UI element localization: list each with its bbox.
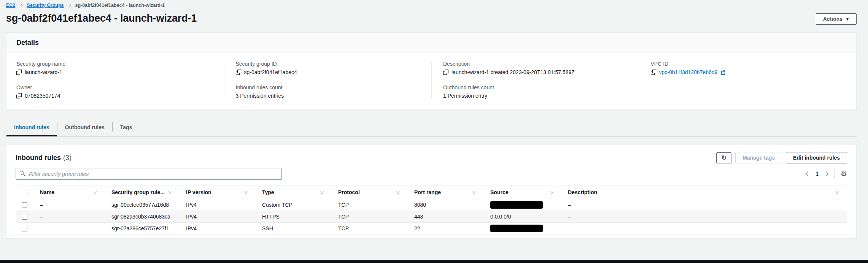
column-header-inner: Description▽ [568,189,844,195]
detail-value: 1 Permission entry [443,93,628,99]
table-cell: IPv4 [180,211,256,223]
filter-icon[interactable]: ▽ [550,190,553,195]
table-cell: – [34,223,105,234]
source-cell [484,199,562,211]
tab-tags[interactable]: Tags [113,120,140,136]
table-cell: TCP [332,211,408,223]
details-column: VPC IDvpc-0b11f3d120b7eb6d9 [639,61,847,99]
filter-icon[interactable]: ▽ [472,190,476,195]
filter-input[interactable] [16,168,282,180]
details-card: Details Security group namelaunch-wizard… [6,32,857,110]
detail-label: VPC ID [651,61,835,67]
select-all-header-cell [16,185,34,199]
detail-value-text: launch-wizard-1 [25,69,62,75]
column-header-inner: Type▽ [262,189,329,195]
select-all-checkbox[interactable] [22,190,27,195]
row-select-cell [16,199,34,211]
detail-label: Owner [16,84,213,90]
previous-page-icon[interactable] [805,171,810,176]
detail-field-owner: Owner070823507174 [16,84,213,99]
actions-button-label: Actions [823,16,843,22]
detail-value-text: 3 Permission entries [236,93,284,99]
column-header-label: Type [262,189,274,195]
detail-label: Outbound rules count [443,84,628,90]
detail-value: 3 Permission entries [236,93,420,99]
column-header-ip-version[interactable]: IP version▽ [180,185,256,199]
column-header-protocol[interactable]: Protocol▽ [332,185,408,199]
detail-field-security-group-name: Security group namelaunch-wizard-1 [16,61,213,75]
external-link-icon[interactable] [720,70,726,75]
column-header-description[interactable]: Description▽ [562,185,847,199]
filter-icon[interactable]: ▽ [320,190,324,195]
table-cell: – [562,211,847,223]
detail-value: 070823507174 [16,93,213,99]
column-header-inner: Port range▽ [414,189,481,195]
detail-field-description: Descriptionlaunch-wizard-1 created 2023-… [443,61,628,75]
actions-button[interactable]: Actions ▼ [816,13,857,25]
title-row: sg-0abf2f041ef1abec4 - launch-wizard-1 A… [6,13,857,25]
column-header-name[interactable]: Name▽ [34,185,105,199]
column-header-label: Source [490,189,508,195]
copy-icon[interactable] [16,93,22,98]
detail-value-text: 070823507174 [25,93,60,99]
column-header-label: IP version [186,189,211,195]
table-row: –sgr-07a286ce5757e27f1IPv4SSHTCP22– [16,223,847,234]
tab-inbound-rules[interactable]: Inbound rules [6,120,57,136]
breadcrumb: EC2 Security Groups sg-0abf2f041ef1abec4… [6,0,857,8]
column-header-inner: Security group rule...▽ [111,189,177,195]
copy-icon[interactable] [16,70,22,75]
inbound-rules-count: (3) [63,154,72,162]
row-checkbox[interactable] [22,214,27,220]
current-page-number[interactable]: 1 [816,171,819,177]
refresh-button[interactable]: ↻ [716,152,731,163]
table-cell: Custom TCP [256,199,332,211]
table-cell: – [34,199,105,211]
edit-inbound-rules-button[interactable]: Edit inbound rules [786,152,847,163]
gear-icon[interactable]: ⚙ [841,170,847,177]
screen-bottom-edge [0,260,868,263]
inbound-rules-actions: ↻ Manage tags Edit inbound rules [716,152,847,163]
copy-icon[interactable] [236,70,241,75]
tab-outbound-rules[interactable]: Outbound rules [57,120,112,136]
details-column: Security group namelaunch-wizard-1Owner0… [16,61,224,99]
row-checkbox[interactable] [22,226,27,231]
copy-icon[interactable] [443,70,448,75]
column-header-label: Description [568,189,597,195]
manage-tags-button[interactable]: Manage tags [735,152,782,163]
filter-icon[interactable]: ▽ [396,190,400,195]
column-header-inner: Name▽ [40,189,102,195]
detail-value: launch-wizard-1 created 2023-09-28T13:01… [443,69,628,75]
table-cell: 443 [408,211,484,223]
detail-value: vpc-0b11f3d120b7eb6d9 [651,69,835,75]
column-header-port-range[interactable]: Port range▽ [408,185,484,199]
filter-icon[interactable]: ▽ [244,190,248,195]
row-checkbox[interactable] [22,202,27,208]
column-header-source[interactable]: Source▽ [484,185,562,199]
breadcrumb-link-security-groups[interactable]: Security Groups [27,3,64,8]
table-row: –sgr-082a3c0b3740683caIPv4HTTPSTCP4430.0… [16,211,847,223]
inbound-rules-card: Inbound rules(3) ↻ Manage tags Edit inbo… [6,145,857,239]
table-cell: 22 [408,223,484,234]
column-header-type[interactable]: Type▽ [256,185,332,199]
next-page-icon[interactable] [824,171,829,176]
copy-icon[interactable] [651,70,656,75]
column-header-label: Name [40,189,54,195]
pagination-divider [834,169,835,179]
filter-icon[interactable]: ▽ [835,190,839,195]
detail-value: sg-0abf2f041ef1abec4 [236,69,420,75]
table-cell: IPv4 [180,223,256,234]
table-cell: HTTPS [256,211,332,223]
table-header-row: Name▽Security group rule...▽IP version▽T… [16,185,847,199]
details-column: Security group IDsg-0abf2f041ef1abec4Inb… [224,61,432,99]
column-header-inner: IP version▽ [186,189,253,195]
column-header-security-group-rule[interactable]: Security group rule...▽ [105,185,180,199]
detail-field-inbound-rules-count: Inbound rules count3 Permission entries [236,84,420,99]
caret-down-icon: ▼ [846,17,849,21]
search-icon [20,171,24,175]
breadcrumb-link-ec2[interactable]: EC2 [6,3,15,8]
detail-value-text: 1 Permission entry [443,93,487,99]
vpc-link[interactable]: vpc-0b11f3d120b7eb6d9 [659,69,718,75]
chevron-right-icon [19,4,22,7]
filter-icon[interactable]: ▽ [168,190,172,195]
filter-icon[interactable]: ▽ [94,190,97,195]
